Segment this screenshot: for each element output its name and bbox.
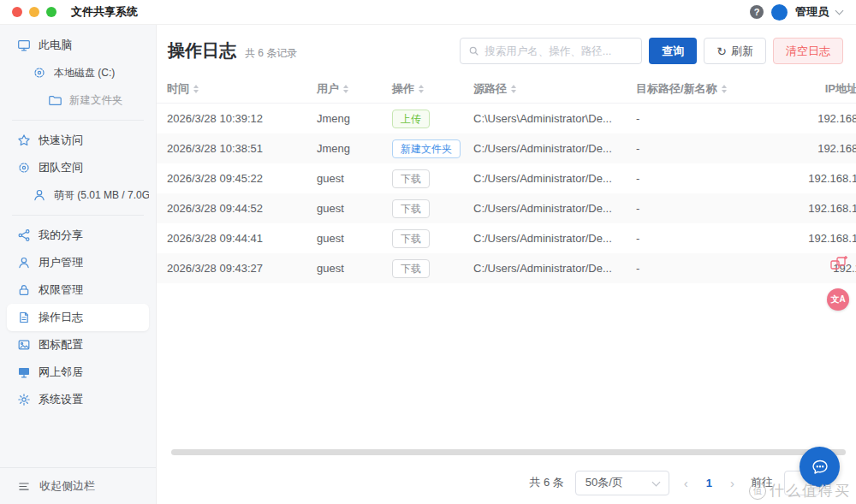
cell-time: 2026/3/28 10:39:12 bbox=[167, 112, 317, 125]
sidebar-item[interactable]: 网上邻居 bbox=[7, 359, 149, 386]
app-window: 文件共享系统 ? 管理员 此电脑 本地磁盘 (C:) bbox=[0, 0, 856, 504]
horizontal-scrollbar[interactable] bbox=[171, 449, 846, 455]
cell-time: 2026/3/28 09:43:27 bbox=[167, 262, 317, 275]
sidebar-item[interactable]: 图标配置 bbox=[7, 331, 149, 359]
sidebar-item-label: 网上邻居 bbox=[39, 365, 83, 380]
sidebar-item-label: 本地磁盘 (C:) bbox=[54, 66, 115, 80]
close-button[interactable] bbox=[12, 7, 22, 17]
sidebar-item[interactable]: 用户管理 bbox=[7, 249, 149, 276]
monitor-icon bbox=[17, 39, 31, 52]
image-icon bbox=[17, 338, 31, 352]
table-row: 2026/3/28 09:43:27 guest 下载 C:/Users/Adm… bbox=[157, 253, 856, 283]
user-icon bbox=[17, 256, 31, 270]
query-button[interactable]: 查询 bbox=[649, 38, 697, 64]
cell-user: guest bbox=[317, 172, 392, 185]
cell-time: 2026/3/28 10:38:51 bbox=[167, 142, 317, 155]
sidebar-item-label: 系统设置 bbox=[39, 392, 83, 407]
pagination-bar: 共 6 条 50条/页 ‹ 1 › 前往 bbox=[157, 461, 856, 504]
chat-bubble-icon bbox=[811, 458, 829, 477]
cell-ip: 192.168.1 bbox=[786, 112, 856, 125]
sidebar-item[interactable]: 新建文件夹 bbox=[7, 86, 149, 114]
sort-icon bbox=[419, 85, 424, 93]
action-badge: 下载 bbox=[392, 169, 430, 188]
main-header: 操作日志 共 6 条记录 查询 ↻ 刷新 清空日志 bbox=[157, 25, 856, 64]
sidebar-divider bbox=[12, 215, 144, 216]
cell-time: 2026/3/28 09:45:22 bbox=[167, 172, 317, 185]
collapse-label: 收起侧边栏 bbox=[39, 478, 95, 494]
folder-icon bbox=[48, 93, 62, 107]
sidebar-item[interactable]: 萌哥 (5.01 MB / 7.0GB) bbox=[7, 181, 149, 209]
cell-ip: 192.168.1.1 bbox=[786, 232, 856, 245]
cell-target-path: - bbox=[636, 202, 786, 215]
column-header[interactable]: IP地址 bbox=[786, 81, 856, 97]
sidebar-item[interactable]: 系统设置 bbox=[7, 386, 149, 413]
cell-source-path: C:/Users/Administrator/De... bbox=[473, 262, 636, 275]
sidebar-item-label: 此电脑 bbox=[39, 38, 72, 53]
sidebar-item[interactable]: 操作日志 bbox=[7, 304, 149, 331]
record-count: 共 6 条记录 bbox=[245, 46, 297, 61]
avatar[interactable] bbox=[771, 4, 788, 21]
next-page-button[interactable]: › bbox=[727, 476, 738, 490]
cell-action: 下载 bbox=[392, 259, 473, 278]
sidebar: 此电脑 本地磁盘 (C:) 新建文件夹 快速访问 bbox=[0, 25, 157, 504]
sidebar-item[interactable]: 我的分享 bbox=[7, 222, 149, 249]
search-box bbox=[460, 38, 642, 64]
minimize-button[interactable] bbox=[29, 7, 39, 17]
refresh-button[interactable]: ↻ 刷新 bbox=[704, 38, 766, 64]
network-icon bbox=[17, 365, 31, 379]
cell-ip: 192.168.1.1 bbox=[786, 202, 856, 215]
column-header[interactable]: 用户 bbox=[317, 81, 392, 97]
maximize-button[interactable] bbox=[46, 7, 56, 17]
log-table: 时间 用户 操作 源路径 bbox=[157, 75, 856, 283]
titlebar: 文件共享系统 ? 管理员 bbox=[0, 0, 856, 25]
sidebar-item[interactable]: 权限管理 bbox=[7, 276, 149, 304]
share-icon bbox=[17, 228, 31, 242]
table-header: 时间 用户 操作 源路径 bbox=[157, 75, 856, 104]
cell-source-path: C:\Users\Administrator\De... bbox=[473, 112, 636, 125]
chip-icon bbox=[17, 161, 31, 175]
sidebar-item-label: 我的分享 bbox=[39, 228, 83, 243]
chevron-down-icon bbox=[651, 477, 660, 486]
sidebar-item[interactable]: 本地磁盘 (C:) bbox=[7, 59, 149, 86]
action-badge: 下载 bbox=[392, 229, 430, 248]
current-page: 1 bbox=[703, 477, 716, 489]
chevron-down-icon[interactable] bbox=[835, 6, 844, 15]
help-icon[interactable]: ? bbox=[750, 5, 764, 19]
sidebar-item[interactable]: 团队空间 bbox=[7, 154, 149, 181]
collapse-sidebar-button[interactable]: 收起侧边栏 bbox=[0, 467, 156, 504]
action-badge: 下载 bbox=[392, 199, 430, 218]
cell-user: Jmeng bbox=[317, 142, 392, 155]
page-size-select[interactable]: 50条/页 bbox=[575, 471, 669, 495]
column-header[interactable]: 操作 bbox=[392, 81, 473, 97]
sort-icon bbox=[511, 85, 516, 93]
cell-user: Jmeng bbox=[317, 112, 392, 125]
cell-time: 2026/3/28 09:44:52 bbox=[167, 202, 317, 215]
collapse-icon bbox=[17, 480, 31, 493]
sidebar-item-label: 用户管理 bbox=[39, 255, 83, 270]
collect-icon[interactable] bbox=[829, 254, 849, 273]
search-input[interactable] bbox=[484, 45, 633, 57]
sidebar-item[interactable]: 快速访问 bbox=[7, 127, 149, 154]
translate-icon[interactable]: 文A bbox=[827, 288, 849, 311]
cell-user: guest bbox=[317, 262, 392, 275]
action-badge: 新建文件夹 bbox=[392, 139, 461, 158]
cell-target-path: - bbox=[636, 172, 786, 185]
sidebar-item-label: 图标配置 bbox=[39, 337, 83, 353]
column-header[interactable]: 源路径 bbox=[473, 81, 636, 97]
table-row: 2026/3/28 10:39:12 Jmeng 上传 C:\Users\Adm… bbox=[157, 104, 856, 133]
prev-page-button[interactable]: ‹ bbox=[681, 476, 692, 490]
column-header[interactable]: 目标路径/新名称 bbox=[636, 81, 786, 97]
sidebar-menu: 此电脑 本地磁盘 (C:) 新建文件夹 快速访问 bbox=[0, 25, 156, 413]
sidebar-item-label: 快速访问 bbox=[39, 133, 83, 148]
clear-log-button[interactable]: 清空日志 bbox=[773, 38, 843, 64]
chat-button[interactable] bbox=[800, 447, 840, 487]
refresh-icon: ↻ bbox=[716, 45, 727, 57]
column-header[interactable]: 时间 bbox=[167, 81, 317, 97]
traffic-lights bbox=[12, 7, 56, 17]
table-row: 2026/3/28 09:44:41 guest 下载 C:/Users/Adm… bbox=[157, 223, 856, 253]
sidebar-item[interactable]: 此电脑 bbox=[7, 32, 149, 59]
table-row: 2026/3/28 09:45:22 guest 下载 C:/Users/Adm… bbox=[157, 163, 856, 193]
cell-user: guest bbox=[317, 202, 392, 215]
cell-source-path: C:/Users/Administrator/De... bbox=[473, 172, 636, 185]
sidebar-item-label: 新建文件夹 bbox=[69, 93, 123, 108]
